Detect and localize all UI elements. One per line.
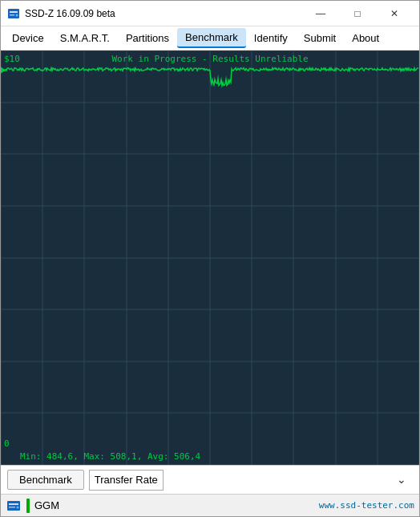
svg-point-7: [17, 506, 19, 508]
metric-dropdown[interactable]: Transfer Rate Access Time IOPS: [89, 470, 164, 491]
svg-point-3: [16, 14, 18, 16]
toolbar: Benchmark Transfer Rate Access Time IOPS: [1, 465, 419, 494]
menu-item-smart[interactable]: S.M.A.R.T.: [52, 29, 118, 47]
dropdown-wrapper: Transfer Rate Access Time IOPS: [89, 470, 413, 491]
svg-rect-5: [9, 503, 18, 505]
status-bar: GGM www.ssd-tester.com: [1, 494, 419, 516]
app-icon: [7, 7, 20, 20]
menu-item-identify[interactable]: Identify: [246, 29, 296, 47]
chart-title: Work in Progress - Results Unreliable: [111, 54, 308, 64]
minimize-button[interactable]: —: [302, 1, 339, 26]
chart-stats: Min: 484,6, Max: 508,1, Avg: 506,4: [20, 451, 200, 462]
menu-item-benchmark[interactable]: Benchmark: [177, 28, 246, 48]
svg-rect-2: [10, 14, 14, 16]
svg-rect-6: [9, 507, 15, 508]
website-label: www.ssd-tester.com: [319, 500, 414, 511]
drive-indicator: [26, 499, 30, 513]
close-button[interactable]: ✕: [376, 1, 413, 26]
chart-y-min: 0: [4, 438, 10, 449]
svg-rect-4: [7, 501, 20, 511]
chart-y-max: $10: [4, 54, 20, 64]
menu-item-submit[interactable]: Submit: [296, 29, 344, 47]
status-icon: [6, 498, 22, 514]
benchmark-chart: [1, 50, 419, 465]
menu-bar: Device S.M.A.R.T. Partitions Benchmark I…: [1, 26, 419, 50]
svg-rect-1: [10, 11, 18, 13]
window-title: SSD-Z 16.09.09 beta: [25, 8, 302, 19]
title-bar: SSD-Z 16.09.09 beta — □ ✕: [1, 1, 419, 26]
chart-container: $10 Work in Progress - Results Unreliabl…: [1, 50, 419, 465]
svg-rect-0: [8, 9, 19, 18]
maximize-button[interactable]: □: [339, 1, 376, 26]
benchmark-button[interactable]: Benchmark: [7, 470, 84, 490]
main-window: SSD-Z 16.09.09 beta — □ ✕ Device S.M.A.R…: [0, 0, 420, 517]
menu-item-about[interactable]: About: [344, 29, 387, 47]
menu-item-partitions[interactable]: Partitions: [118, 29, 177, 47]
menu-item-device[interactable]: Device: [4, 29, 52, 47]
drive-name: GGM: [34, 499, 314, 511]
window-controls: — □ ✕: [302, 1, 413, 26]
